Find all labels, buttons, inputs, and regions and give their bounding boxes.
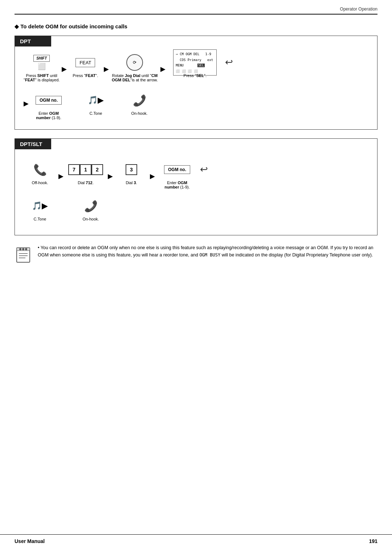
dpt-step6-label: C.Tone [90, 111, 102, 123]
return-arrow1: ↩ [225, 57, 233, 68]
num-key-1: 1 [80, 164, 91, 175]
slt-row1: 📞 Off-hook. ▶ 712 Dial 712. [24, 160, 368, 192]
page-header: Operator Operation [0, 0, 392, 14]
slt-arrow3: ▶ [150, 172, 155, 180]
slt-arrow2: ▶ [108, 172, 113, 180]
offhook-icon: 📞 [33, 163, 47, 176]
dpt-step7-icon: 📞 [133, 91, 146, 110]
dpt-box-header: DPT [15, 36, 51, 46]
jog-dial-icon: ⟳ [126, 54, 143, 71]
dpt-box: DPT SHIFT ⬜ Press SHIFT until"FEAT" is d… [15, 36, 377, 130]
slt-step4-label: Enter OGMnumber (1-9). [164, 181, 190, 192]
arrow3: ▶ [160, 65, 166, 73]
slt-step1-label: Off-hook. [32, 181, 48, 192]
dpt-step3-icon: ⟳ [126, 53, 143, 72]
return-arrow2: ↩ [200, 164, 208, 175]
slt-step6-icon: 📞 [84, 197, 98, 215]
slt-step6-label: On-hook. [82, 217, 99, 228]
slt-row2: 🎵▶ C.Tone 📞 On-hook. [24, 197, 368, 228]
slt-step5: 🎵▶ C.Tone [24, 197, 56, 228]
slt-ctone-icon: 🎵▶ [32, 201, 48, 211]
num-key-3: 3 [126, 164, 137, 175]
dpt-step5: OGM no. Enter OGMnumber (1-9). [32, 91, 65, 123]
bullet-arrow: ▶ [24, 100, 29, 108]
top-rule [15, 14, 377, 15]
dptslt-box: DPT/SLT 📞 Off-hook. ▶ 7 [15, 138, 377, 235]
svg-point-2 [19, 248, 21, 250]
header-label: Operator Operation [340, 7, 377, 12]
slt-step4: OGM no. Enter OGMnumber (1-9). [157, 160, 197, 192]
slt-arrow1: ▶ [58, 172, 64, 180]
num-key-2: 2 [91, 164, 103, 175]
slt-step2: 712 Dial 712. [66, 160, 106, 192]
slt-step3: 3 Dial 3. [115, 160, 148, 192]
note-section: • You can record or delete an OGM only w… [15, 244, 377, 267]
footer-left: User Manual [15, 538, 45, 544]
dpt-row2: ▶ OGM no. Enter OGMnumber (1-9). [24, 91, 368, 123]
dptslt-box-header: DPT/SLT [15, 139, 51, 149]
dpt-step7-label: On-hook. [131, 111, 147, 123]
note-text: • You can record or delete an OGM only w… [38, 244, 377, 259]
arrow2: ▶ [104, 65, 109, 73]
dpt-step4: → CM OGM DEL 1-9 COS Primary ext MENU SE… [168, 53, 222, 85]
dpt-box-body: SHIFT ⬜ Press SHIFT until"FEAT" is displ… [15, 46, 377, 129]
slt-step1: 📞 Off-hook. [24, 160, 56, 192]
note-icon [15, 246, 32, 267]
ctone-icon: 🎵▶ [88, 96, 104, 105]
slt-step4-icon: OGM no. [164, 160, 190, 179]
num-key-7: 7 [68, 164, 80, 175]
dpt-step2-label: Press "FEAT". [73, 73, 98, 85]
dpt-step4-icon: → CM OGM DEL 1-9 COS Primary ext MENU SE… [173, 53, 217, 72]
slt-step2-icon: 712 [68, 160, 103, 179]
dpt-step7: 📞 On-hook. [123, 91, 156, 123]
onhook-icon: 📞 [133, 94, 146, 107]
slt-step3-icon: 3 [126, 160, 137, 179]
page-footer: User Manual 191 [0, 534, 392, 544]
dpt-step3: ⟳ Rotate Jog Dial until "CMOGM DEL"is at… [111, 53, 158, 85]
svg-point-3 [22, 248, 24, 250]
dpt-step4-label: Press "SEL". [184, 73, 207, 85]
note-bullet: • [38, 245, 41, 250]
slt-step5-icon: 🎵▶ [32, 197, 48, 215]
dpt-step5-icon: OGM no. [36, 91, 62, 110]
arrow1: ▶ [62, 65, 67, 73]
dpt-step1-label: Press SHIFT until"FEAT" is displayed. [24, 73, 60, 85]
slt-step3-label: Dial 3. [126, 181, 137, 192]
notepad-svg [15, 246, 31, 264]
dpt-step1-icon: SHIFT ⬜ [33, 53, 50, 72]
shift-key: SHIFT [33, 55, 50, 62]
slt-step5-label: C.Tone [34, 217, 46, 228]
dpt-step2-icon: FEAT [75, 53, 95, 72]
slt-step2-label: Dial 712. [78, 181, 93, 192]
main-content: ◆ To delete OGM for outside incoming cal… [0, 23, 392, 267]
note-content: You can record or delete an OGM only whe… [38, 245, 373, 258]
dpt-step3-label: Rotate Jog Dial until "CMOGM DEL"is at t… [112, 73, 158, 85]
display-box: → CM OGM DEL 1-9 COS Primary ext MENU SE… [173, 49, 217, 76]
dpt-step5-label: Enter OGMnumber (1-9). [36, 111, 61, 123]
slt-step1-icon: 📞 [33, 160, 47, 179]
dpt-step6-icon: 🎵▶ [88, 91, 104, 110]
dpt-row1: SHIFT ⬜ Press SHIFT until"FEAT" is displ… [24, 53, 368, 85]
slt-onhook-icon: 📞 [84, 200, 98, 212]
dptslt-box-body: 📞 Off-hook. ▶ 712 Dial 712. [15, 149, 377, 235]
svg-point-4 [25, 248, 27, 250]
section-title: ◆ To delete OGM for outside incoming cal… [15, 23, 377, 30]
footer-right: 191 [369, 538, 377, 544]
feat-key: FEAT [75, 58, 95, 67]
dpt-step6: 🎵▶ C.Tone [79, 91, 112, 123]
slt-step6: 📞 On-hook. [74, 197, 107, 228]
dpt-step1: SHIFT ⬜ Press SHIFT until"FEAT" is displ… [24, 53, 60, 85]
dpt-step2: FEAT Press "FEAT". [69, 53, 102, 85]
ogm-key: OGM no. [36, 96, 62, 105]
ogm-key-slt: OGM no. [164, 165, 190, 174]
